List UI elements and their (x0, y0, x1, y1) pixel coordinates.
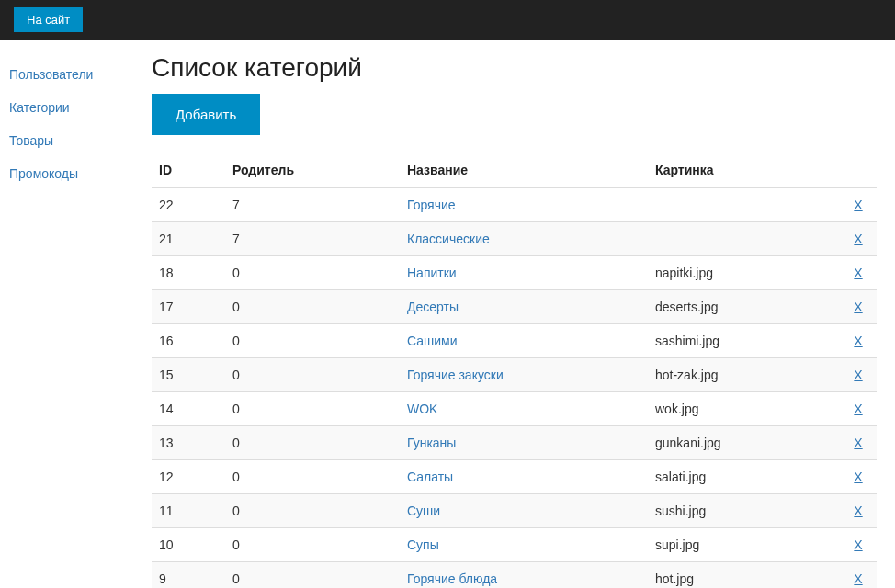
cell-id: 16 (152, 324, 225, 358)
category-link[interactable]: Салаты (407, 469, 453, 484)
table-row: 150Горячие закускиhot-zak.jpgX (152, 358, 877, 392)
category-link[interactable]: Супы (407, 537, 439, 552)
sidebar: Пользователи Категории Товары Промокоды (0, 40, 152, 588)
delete-button[interactable]: X (847, 537, 869, 552)
cell-delete: X (840, 528, 877, 562)
cell-image: napitki.jpg (648, 256, 840, 290)
table-row: 120Салатыsalati.jpgX (152, 460, 877, 494)
cell-image: hot.jpg (648, 562, 840, 589)
sidebar-item-categories[interactable]: Категории (9, 91, 142, 124)
category-link[interactable]: Гунканы (407, 435, 456, 450)
delete-button[interactable]: X (847, 232, 869, 246)
cell-parent: 7 (225, 222, 400, 256)
category-link[interactable]: Классические (407, 232, 490, 246)
cell-parent: 0 (225, 290, 400, 324)
cell-parent: 0 (225, 358, 400, 392)
cell-parent: 0 (225, 494, 400, 528)
table-row: 180Напиткиnapitki.jpgX (152, 256, 877, 290)
cell-parent: 0 (225, 392, 400, 426)
cell-delete: X (840, 358, 877, 392)
sidebar-item-promocodes[interactable]: Промокоды (9, 157, 142, 190)
delete-button[interactable]: X (847, 571, 869, 586)
delete-button[interactable]: X (847, 198, 869, 212)
sidebar-item-products[interactable]: Товары (9, 124, 142, 157)
cell-delete: X (840, 426, 877, 460)
cell-name: Десерты (400, 290, 648, 324)
cell-name: Горячие (400, 187, 648, 222)
site-link-button[interactable]: На сайт (14, 7, 83, 32)
cell-name: Горячие блюда (400, 562, 648, 589)
cell-id: 21 (152, 222, 225, 256)
cell-image: salati.jpg (648, 460, 840, 494)
table-row: 160Сашимиsashimi.jpgX (152, 324, 877, 358)
table-row: 110Сушиsushi.jpgX (152, 494, 877, 528)
cell-image: hot-zak.jpg (648, 358, 840, 392)
delete-button[interactable]: X (847, 368, 869, 382)
cell-image: wok.jpg (648, 392, 840, 426)
cell-parent: 0 (225, 460, 400, 494)
category-link[interactable]: Напитки (407, 266, 457, 280)
cell-delete: X (840, 392, 877, 426)
cell-name: Суши (400, 494, 648, 528)
table-header-parent: Родитель (225, 153, 400, 187)
delete-button[interactable]: X (847, 503, 869, 518)
delete-button[interactable]: X (847, 401, 869, 416)
table-row: 130Гунканыgunkani.jpgX (152, 426, 877, 460)
cell-id: 14 (152, 392, 225, 426)
delete-button[interactable]: X (847, 266, 869, 280)
delete-button[interactable]: X (847, 435, 869, 450)
cell-parent: 0 (225, 324, 400, 358)
cell-id: 10 (152, 528, 225, 562)
cell-parent: 0 (225, 528, 400, 562)
cell-delete: X (840, 494, 877, 528)
cell-name: Салаты (400, 460, 648, 494)
categories-table: ID Родитель Название Картинка 227Горячие… (152, 153, 877, 588)
delete-button[interactable]: X (847, 300, 869, 314)
cell-name: Гунканы (400, 426, 648, 460)
category-link[interactable]: Сашими (407, 334, 458, 348)
category-link[interactable]: Суши (407, 503, 440, 518)
table-row: 100Супыsupi.jpgX (152, 528, 877, 562)
table-row: 227ГорячиеX (152, 187, 877, 222)
table-header-id: ID (152, 153, 225, 187)
cell-name: Сашими (400, 324, 648, 358)
cell-name: WOK (400, 392, 648, 426)
add-button[interactable]: Добавить (152, 94, 260, 135)
cell-id: 17 (152, 290, 225, 324)
category-link[interactable]: Десерты (407, 300, 459, 314)
cell-image: supi.jpg (648, 528, 840, 562)
cell-delete: X (840, 324, 877, 358)
table-header-name: Название (400, 153, 648, 187)
cell-name: Напитки (400, 256, 648, 290)
cell-image: sushi.jpg (648, 494, 840, 528)
table-header-delete (840, 153, 877, 187)
cell-delete: X (840, 256, 877, 290)
cell-delete: X (840, 290, 877, 324)
table-header-image: Картинка (648, 153, 840, 187)
category-link[interactable]: Горячие (407, 198, 456, 212)
cell-id: 18 (152, 256, 225, 290)
table-row: 90Горячие блюдаhot.jpgX (152, 562, 877, 589)
cell-image (648, 222, 840, 256)
table-row: 140WOKwok.jpgX (152, 392, 877, 426)
category-link[interactable]: WOK (407, 401, 437, 416)
page-title: Список категорий (152, 53, 877, 83)
cell-name: Классические (400, 222, 648, 256)
cell-image: gunkani.jpg (648, 426, 840, 460)
cell-parent: 7 (225, 187, 400, 222)
cell-name: Супы (400, 528, 648, 562)
cell-name: Горячие закуски (400, 358, 648, 392)
category-link[interactable]: Горячие закуски (407, 368, 504, 382)
cell-delete: X (840, 222, 877, 256)
table-row: 217КлассическиеX (152, 222, 877, 256)
delete-button[interactable]: X (847, 469, 869, 484)
sidebar-item-users[interactable]: Пользователи (9, 58, 142, 91)
cell-id: 9 (152, 562, 225, 589)
cell-delete: X (840, 187, 877, 222)
category-link[interactable]: Горячие блюда (407, 571, 497, 586)
cell-image (648, 187, 840, 222)
cell-delete: X (840, 562, 877, 589)
delete-button[interactable]: X (847, 334, 869, 348)
cell-id: 15 (152, 358, 225, 392)
cell-parent: 0 (225, 562, 400, 589)
